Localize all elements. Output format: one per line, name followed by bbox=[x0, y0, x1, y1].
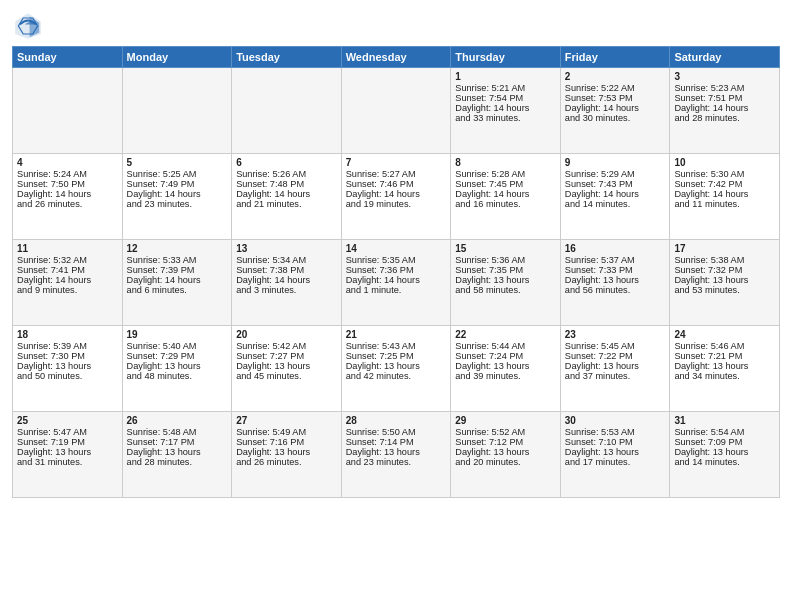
cell-info: Sunset: 7:14 PM bbox=[346, 437, 447, 447]
cell-info: Daylight: 14 hours bbox=[455, 103, 556, 113]
cell-info: Sunrise: 5:39 AM bbox=[17, 341, 118, 351]
cell-info: Daylight: 14 hours bbox=[17, 275, 118, 285]
cell-info: and 26 minutes. bbox=[236, 457, 337, 467]
cell-info: Sunrise: 5:22 AM bbox=[565, 83, 666, 93]
cell-info: and 14 minutes. bbox=[565, 199, 666, 209]
cell-info: Daylight: 13 hours bbox=[17, 447, 118, 457]
cell-info: Sunset: 7:16 PM bbox=[236, 437, 337, 447]
day-number: 13 bbox=[236, 243, 337, 254]
cell-info: Daylight: 13 hours bbox=[346, 447, 447, 457]
cell-info: Sunset: 7:53 PM bbox=[565, 93, 666, 103]
calendar-cell: 27Sunrise: 5:49 AMSunset: 7:16 PMDayligh… bbox=[232, 412, 342, 498]
cell-info: and 20 minutes. bbox=[455, 457, 556, 467]
cell-info: Sunset: 7:33 PM bbox=[565, 265, 666, 275]
calendar-cell: 7Sunrise: 5:27 AMSunset: 7:46 PMDaylight… bbox=[341, 154, 451, 240]
day-number: 25 bbox=[17, 415, 118, 426]
cell-info: Daylight: 13 hours bbox=[674, 361, 775, 371]
weekday-header: Saturday bbox=[670, 47, 780, 68]
cell-info: Daylight: 14 hours bbox=[17, 189, 118, 199]
cell-info: Sunset: 7:17 PM bbox=[127, 437, 228, 447]
cell-info: Sunrise: 5:38 AM bbox=[674, 255, 775, 265]
cell-info: and 34 minutes. bbox=[674, 371, 775, 381]
cell-info: and 28 minutes. bbox=[127, 457, 228, 467]
calendar-cell: 20Sunrise: 5:42 AMSunset: 7:27 PMDayligh… bbox=[232, 326, 342, 412]
cell-info: Daylight: 14 hours bbox=[565, 103, 666, 113]
cell-info: and 9 minutes. bbox=[17, 285, 118, 295]
cell-info: Sunrise: 5:36 AM bbox=[455, 255, 556, 265]
page-container: SundayMondayTuesdayWednesdayThursdayFrid… bbox=[0, 0, 792, 508]
cell-info: Sunrise: 5:40 AM bbox=[127, 341, 228, 351]
calendar-cell: 25Sunrise: 5:47 AMSunset: 7:19 PMDayligh… bbox=[13, 412, 123, 498]
weekday-header: Sunday bbox=[13, 47, 123, 68]
calendar-cell: 12Sunrise: 5:33 AMSunset: 7:39 PMDayligh… bbox=[122, 240, 232, 326]
day-number: 11 bbox=[17, 243, 118, 254]
calendar-cell: 16Sunrise: 5:37 AMSunset: 7:33 PMDayligh… bbox=[560, 240, 670, 326]
day-number: 18 bbox=[17, 329, 118, 340]
day-number: 2 bbox=[565, 71, 666, 82]
calendar-cell: 13Sunrise: 5:34 AMSunset: 7:38 PMDayligh… bbox=[232, 240, 342, 326]
cell-info: and 50 minutes. bbox=[17, 371, 118, 381]
cell-info: and 21 minutes. bbox=[236, 199, 337, 209]
cell-info: and 37 minutes. bbox=[565, 371, 666, 381]
logo-icon bbox=[12, 10, 44, 42]
cell-info: Sunrise: 5:42 AM bbox=[236, 341, 337, 351]
cell-info: and 58 minutes. bbox=[455, 285, 556, 295]
cell-info: and 23 minutes. bbox=[346, 457, 447, 467]
cell-info: Sunset: 7:32 PM bbox=[674, 265, 775, 275]
cell-info: Daylight: 13 hours bbox=[236, 447, 337, 457]
calendar-cell: 3Sunrise: 5:23 AMSunset: 7:51 PMDaylight… bbox=[670, 68, 780, 154]
cell-info: Sunset: 7:21 PM bbox=[674, 351, 775, 361]
cell-info: Sunrise: 5:43 AM bbox=[346, 341, 447, 351]
calendar-week: 18Sunrise: 5:39 AMSunset: 7:30 PMDayligh… bbox=[13, 326, 780, 412]
day-number: 12 bbox=[127, 243, 228, 254]
day-number: 20 bbox=[236, 329, 337, 340]
weekday-header: Thursday bbox=[451, 47, 561, 68]
day-number: 16 bbox=[565, 243, 666, 254]
cell-info: Daylight: 14 hours bbox=[127, 275, 228, 285]
cell-info: Sunrise: 5:45 AM bbox=[565, 341, 666, 351]
weekday-header: Monday bbox=[122, 47, 232, 68]
cell-info: Daylight: 13 hours bbox=[455, 447, 556, 457]
cell-info: Sunset: 7:42 PM bbox=[674, 179, 775, 189]
cell-info: Daylight: 13 hours bbox=[17, 361, 118, 371]
cell-info: Sunrise: 5:37 AM bbox=[565, 255, 666, 265]
calendar-cell bbox=[13, 68, 123, 154]
cell-info: Sunset: 7:48 PM bbox=[236, 179, 337, 189]
cell-info: Daylight: 14 hours bbox=[455, 189, 556, 199]
cell-info: Sunset: 7:49 PM bbox=[127, 179, 228, 189]
calendar-cell: 15Sunrise: 5:36 AMSunset: 7:35 PMDayligh… bbox=[451, 240, 561, 326]
cell-info: Sunrise: 5:53 AM bbox=[565, 427, 666, 437]
cell-info: Sunrise: 5:32 AM bbox=[17, 255, 118, 265]
calendar-cell: 28Sunrise: 5:50 AMSunset: 7:14 PMDayligh… bbox=[341, 412, 451, 498]
day-number: 9 bbox=[565, 157, 666, 168]
day-number: 1 bbox=[455, 71, 556, 82]
calendar-week: 11Sunrise: 5:32 AMSunset: 7:41 PMDayligh… bbox=[13, 240, 780, 326]
cell-info: Sunrise: 5:30 AM bbox=[674, 169, 775, 179]
cell-info: Sunrise: 5:29 AM bbox=[565, 169, 666, 179]
cell-info: Daylight: 14 hours bbox=[346, 189, 447, 199]
cell-info: Sunset: 7:09 PM bbox=[674, 437, 775, 447]
cell-info: Sunset: 7:54 PM bbox=[455, 93, 556, 103]
day-number: 29 bbox=[455, 415, 556, 426]
calendar-cell: 21Sunrise: 5:43 AMSunset: 7:25 PMDayligh… bbox=[341, 326, 451, 412]
cell-info: Sunset: 7:12 PM bbox=[455, 437, 556, 447]
cell-info: Sunset: 7:39 PM bbox=[127, 265, 228, 275]
calendar-week: 1Sunrise: 5:21 AMSunset: 7:54 PMDaylight… bbox=[13, 68, 780, 154]
calendar-cell: 6Sunrise: 5:26 AMSunset: 7:48 PMDaylight… bbox=[232, 154, 342, 240]
calendar-cell: 31Sunrise: 5:54 AMSunset: 7:09 PMDayligh… bbox=[670, 412, 780, 498]
day-number: 22 bbox=[455, 329, 556, 340]
cell-info: Sunrise: 5:47 AM bbox=[17, 427, 118, 437]
cell-info: Sunrise: 5:27 AM bbox=[346, 169, 447, 179]
cell-info: Sunrise: 5:25 AM bbox=[127, 169, 228, 179]
cell-info: Sunset: 7:50 PM bbox=[17, 179, 118, 189]
cell-info: Sunset: 7:29 PM bbox=[127, 351, 228, 361]
calendar-cell bbox=[341, 68, 451, 154]
calendar-week: 4Sunrise: 5:24 AMSunset: 7:50 PMDaylight… bbox=[13, 154, 780, 240]
cell-info: and 16 minutes. bbox=[455, 199, 556, 209]
cell-info: Sunset: 7:22 PM bbox=[565, 351, 666, 361]
cell-info: Sunset: 7:24 PM bbox=[455, 351, 556, 361]
cell-info: and 1 minute. bbox=[346, 285, 447, 295]
day-number: 24 bbox=[674, 329, 775, 340]
day-number: 8 bbox=[455, 157, 556, 168]
cell-info: Daylight: 14 hours bbox=[565, 189, 666, 199]
